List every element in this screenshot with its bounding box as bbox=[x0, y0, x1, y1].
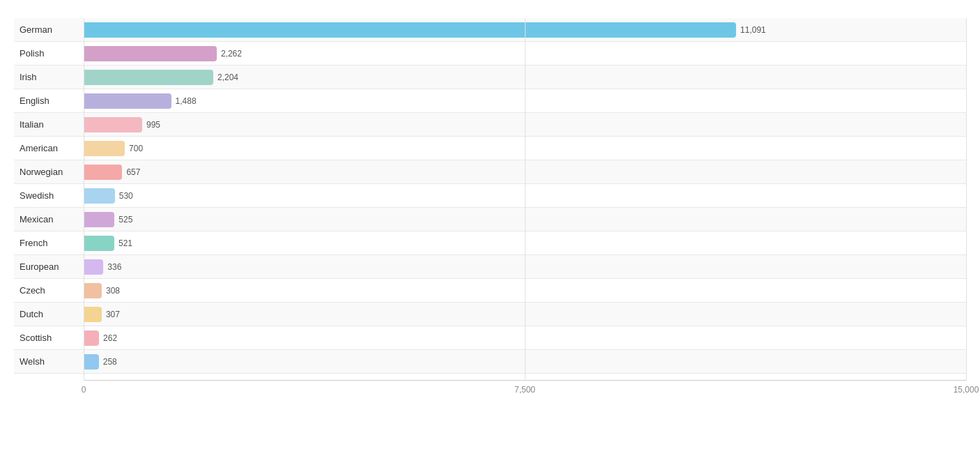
bar: 700 bbox=[84, 141, 125, 156]
bar: 336 bbox=[84, 259, 103, 275]
bar: 657 bbox=[84, 165, 122, 180]
bar-value: 700 bbox=[129, 144, 143, 153]
bar-label: English bbox=[14, 96, 84, 106]
bar-label: Scottish bbox=[14, 333, 84, 343]
bar-value: 1,488 bbox=[176, 96, 197, 106]
bar: 525 bbox=[84, 212, 114, 227]
bar-row: Welsh258 bbox=[14, 350, 966, 374]
bar-label: Norwegian bbox=[14, 167, 84, 177]
bar-label: German bbox=[14, 24, 84, 35]
bar-value: 307 bbox=[106, 310, 120, 319]
bar: 262 bbox=[84, 330, 99, 346]
bar: 2,204 bbox=[84, 70, 213, 85]
bar-label: Irish bbox=[14, 72, 84, 82]
chart-area: German11,091Polish2,262Irish2,204English… bbox=[14, 18, 966, 409]
grid-line bbox=[525, 18, 526, 381]
bar-label: Italian bbox=[14, 119, 84, 130]
x-tick: 7,500 bbox=[514, 385, 535, 395]
bar-value: 2,204 bbox=[217, 73, 238, 82]
bar-value: 530 bbox=[119, 191, 133, 201]
bar-row: Czech308 bbox=[14, 279, 966, 303]
bar: 2,262 bbox=[84, 46, 217, 61]
bar-label: Dutch bbox=[14, 309, 84, 319]
bar-label: Swedish bbox=[14, 190, 84, 201]
bar: 521 bbox=[84, 236, 114, 251]
bar-label: American bbox=[14, 143, 84, 153]
bar-row: Norwegian657 bbox=[14, 160, 966, 184]
bar-value: 657 bbox=[126, 167, 140, 177]
grid-line bbox=[84, 18, 84, 381]
bar: 995 bbox=[84, 117, 142, 132]
bar: 258 bbox=[84, 354, 99, 370]
bar-label: Welsh bbox=[14, 356, 84, 367]
bar-label: Czech bbox=[14, 285, 84, 296]
bar-row: American700 bbox=[14, 137, 966, 160]
bar-label: French bbox=[14, 238, 84, 248]
bar-row: German11,091 bbox=[14, 18, 966, 42]
bar-row: Mexican525 bbox=[14, 208, 966, 231]
bar-row: Swedish530 bbox=[14, 184, 966, 208]
bar: 530 bbox=[84, 188, 115, 204]
bar-label: Mexican bbox=[14, 214, 84, 224]
bar: 11,091 bbox=[84, 22, 736, 38]
x-axis: 07,50015,000 bbox=[84, 381, 966, 409]
bar-row: Irish2,204 bbox=[14, 66, 966, 89]
bar-row: Dutch307 bbox=[14, 303, 966, 326]
bar-row: English1,488 bbox=[14, 89, 966, 113]
bar: 308 bbox=[84, 283, 102, 298]
bar: 1,488 bbox=[84, 93, 171, 109]
bar-row: Italian995 bbox=[14, 113, 966, 137]
bar-row: Scottish262 bbox=[14, 326, 966, 350]
bar-value: 11,091 bbox=[740, 25, 766, 35]
bar-value: 258 bbox=[103, 357, 117, 367]
bar-value: 995 bbox=[146, 120, 160, 130]
bar: 307 bbox=[84, 307, 102, 322]
x-tick: 15,000 bbox=[954, 385, 979, 395]
grid-line bbox=[966, 18, 967, 381]
bar-value: 521 bbox=[118, 238, 132, 248]
bar-label: European bbox=[14, 261, 84, 272]
bar-value: 308 bbox=[106, 286, 120, 296]
bar-row: European336 bbox=[14, 255, 966, 279]
bars-section: German11,091Polish2,262Irish2,204English… bbox=[14, 18, 966, 381]
bar-row: Polish2,262 bbox=[14, 42, 966, 66]
bar-value: 2,262 bbox=[221, 49, 242, 59]
x-tick: 0 bbox=[82, 385, 86, 395]
bar-label: Polish bbox=[14, 48, 84, 59]
chart-container: German11,091Polish2,262Irish2,204English… bbox=[0, 0, 980, 449]
bar-value: 525 bbox=[118, 215, 132, 224]
bar-value: 262 bbox=[103, 333, 117, 343]
bar-row: French521 bbox=[14, 231, 966, 255]
bar-value: 336 bbox=[107, 262, 121, 272]
